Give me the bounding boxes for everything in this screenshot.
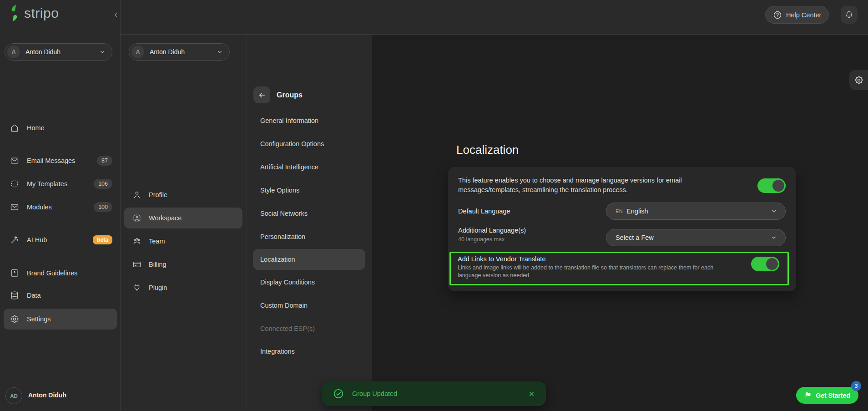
sidebar-item-label: Email Messages bbox=[27, 157, 75, 164]
group-item-integrations[interactable]: Integrations bbox=[247, 341, 372, 361]
group-item-label: General Information bbox=[260, 117, 318, 124]
group-item-artificial-intelligence[interactable]: Artificial Intelligence bbox=[247, 157, 372, 177]
sidebar-item-data[interactable]: Data bbox=[0, 286, 121, 304]
group-item-display-conditions[interactable]: Display Conditions bbox=[247, 272, 372, 292]
language-code: EN bbox=[616, 208, 623, 214]
book-icon bbox=[10, 269, 20, 278]
group-item-configuration-options[interactable]: Configuration Options bbox=[247, 134, 372, 154]
settings-item-label: Plugin bbox=[149, 284, 167, 291]
localization-feature-toggle[interactable] bbox=[757, 178, 786, 193]
brand-name: stripo bbox=[24, 5, 59, 21]
team-icon bbox=[132, 237, 142, 246]
modules-icon bbox=[10, 203, 20, 212]
back-button[interactable] bbox=[253, 86, 270, 103]
group-item-general-information[interactable]: General Information bbox=[247, 111, 372, 131]
sidebar-item-home[interactable]: Home bbox=[0, 119, 121, 137]
sidebar-item-brand-guidelines[interactable]: Brand Guidelines bbox=[0, 264, 121, 282]
footer-avatar[interactable]: AD bbox=[5, 387, 22, 404]
modules-count: 100 bbox=[94, 202, 112, 212]
selected-value: Select a Few bbox=[616, 234, 771, 241]
account-switcher-primary[interactable]: A Anton Diduh bbox=[5, 43, 112, 61]
account-name: Anton Diduh bbox=[150, 48, 217, 56]
sidebar-item-label: Modules bbox=[27, 203, 52, 211]
sidebar-item-email-messages[interactable]: Email Messages 87 bbox=[0, 152, 121, 170]
gear-icon bbox=[10, 315, 20, 324]
default-language-select[interactable]: EN English bbox=[606, 203, 786, 220]
group-item-custom-domain[interactable]: Custom Domain bbox=[247, 295, 372, 315]
settings-item-label: Billing bbox=[149, 261, 167, 268]
toast-message: Group Updated bbox=[352, 390, 528, 397]
my-templates-count: 106 bbox=[94, 179, 112, 189]
flag-icon bbox=[804, 391, 812, 399]
chevron-down-icon bbox=[771, 208, 777, 214]
group-item-label: Style Options bbox=[260, 187, 299, 194]
account-avatar: A bbox=[131, 46, 144, 58]
sidebar-item-label: Home bbox=[27, 124, 45, 132]
group-item-label: Social Networks bbox=[260, 210, 308, 217]
feature-description: This feature enables you to choose and m… bbox=[458, 176, 706, 194]
sidebar-item-my-templates[interactable]: My Templates 106 bbox=[0, 175, 121, 193]
toggle-knob bbox=[772, 180, 784, 192]
credit-card-icon bbox=[132, 260, 142, 269]
settings-sidebar: A Anton Diduh Profile Workspace Team Bil… bbox=[121, 35, 247, 411]
group-item-localization[interactable]: Localization bbox=[253, 249, 365, 270]
magic-wand-icon bbox=[10, 235, 20, 244]
settings-item-label: Workspace bbox=[149, 214, 182, 222]
settings-item-workspace[interactable]: Workspace bbox=[124, 208, 242, 228]
group-item-label: Artificial Intelligence bbox=[260, 163, 318, 171]
sidebar-item-settings[interactable]: Settings bbox=[4, 309, 117, 330]
account-switcher-settings[interactable]: A Anton Diduh bbox=[129, 43, 230, 61]
collapse-sidebar-chevron[interactable]: ‹ bbox=[114, 9, 117, 19]
vendor-translate-description: Links and image links will be added to t… bbox=[458, 264, 724, 279]
sidebar-item-label: AI Hub bbox=[27, 236, 47, 244]
panel-settings-button[interactable] bbox=[849, 70, 868, 90]
settings-item-team[interactable]: Team bbox=[121, 232, 247, 250]
page-title: Localization bbox=[456, 143, 519, 157]
sidebar-item-label: Settings bbox=[27, 315, 50, 323]
database-icon bbox=[10, 291, 20, 300]
home-icon bbox=[10, 123, 20, 132]
ai-hub-beta-badge: beta bbox=[93, 235, 112, 244]
footer-user-name: Anton Diduh bbox=[28, 391, 66, 399]
account-avatar: A bbox=[7, 46, 20, 58]
account-name: Anton Diduh bbox=[25, 48, 99, 56]
main-content: Localization This feature enables you to… bbox=[372, 35, 868, 411]
get-started-label: Get Started bbox=[816, 392, 850, 399]
stripo-logo-icon bbox=[8, 4, 21, 22]
group-item-social-networks[interactable]: Social Networks bbox=[247, 203, 372, 223]
help-center-label: Help Center bbox=[786, 11, 821, 19]
additional-languages-select[interactable]: Select a Few bbox=[606, 229, 786, 246]
settings-item-profile[interactable]: Profile bbox=[121, 186, 247, 204]
localization-card: This feature enables you to choose and m… bbox=[448, 167, 796, 291]
sidebar-item-ai-hub[interactable]: AI Hub beta bbox=[0, 231, 121, 249]
workspace-icon bbox=[132, 213, 142, 223]
notifications-button[interactable] bbox=[841, 6, 858, 24]
settings-item-plugin[interactable]: Plugin bbox=[121, 279, 247, 297]
toast-close-icon[interactable] bbox=[528, 391, 535, 397]
primary-sidebar: stripo A Anton Diduh Home Email Messages… bbox=[0, 0, 121, 411]
stripo-logo: stripo bbox=[8, 4, 59, 22]
get-started-count-badge: 3 bbox=[851, 381, 861, 391]
top-bar: Help Center bbox=[0, 0, 868, 35]
arrow-left-icon bbox=[258, 91, 266, 99]
group-item-connected-esps[interactable]: Connected ESP(s) bbox=[247, 319, 372, 339]
sidebar-item-label: My Templates bbox=[27, 180, 67, 188]
group-item-label: Localization bbox=[260, 256, 295, 263]
help-icon bbox=[773, 10, 782, 20]
sidebar-item-modules[interactable]: Modules 100 bbox=[0, 198, 121, 216]
help-center-button[interactable]: Help Center bbox=[765, 6, 829, 24]
get-started-button[interactable]: Get Started 3 bbox=[796, 387, 858, 404]
plug-icon bbox=[132, 283, 142, 292]
toggle-knob bbox=[766, 258, 778, 270]
group-item-personalization[interactable]: Personalization bbox=[247, 227, 372, 247]
templates-icon bbox=[10, 179, 20, 188]
settings-item-billing[interactable]: Billing bbox=[121, 255, 247, 274]
group-item-style-options[interactable]: Style Options bbox=[247, 180, 372, 200]
person-icon bbox=[132, 190, 142, 199]
groups-panel: Groups General Information Configuration… bbox=[247, 35, 372, 411]
vendor-translate-title: Add Links to Vendor Translate bbox=[458, 255, 545, 263]
chevron-down-icon bbox=[771, 234, 777, 241]
groups-header: Groups bbox=[253, 86, 303, 103]
gear-icon bbox=[854, 76, 863, 85]
vendor-translate-toggle[interactable] bbox=[751, 257, 779, 271]
